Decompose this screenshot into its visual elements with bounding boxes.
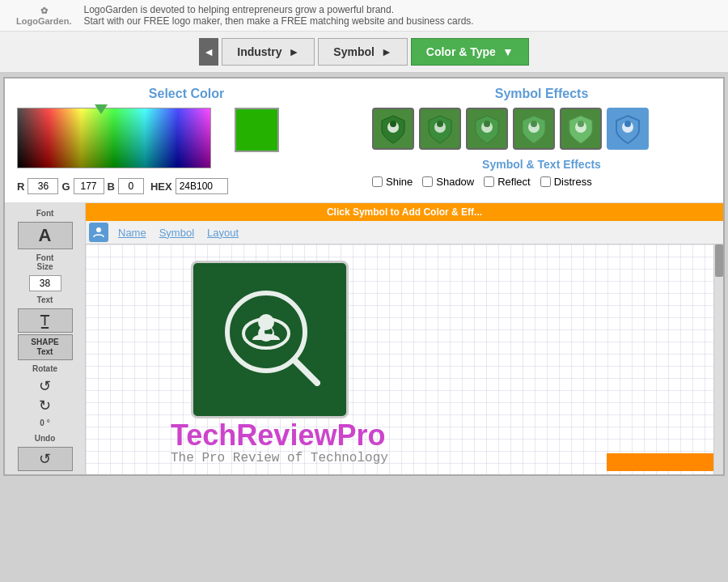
distress-checkbox-label[interactable]: Distress — [540, 176, 592, 188]
g-label: G — [61, 181, 70, 193]
site-header: ✿ LogoGarden. LogoGarden is devoted to h… — [0, 0, 728, 32]
shape-text-label: SHAPEText — [31, 338, 58, 356]
undo-label: Undo — [18, 431, 73, 445]
symbol-section: Symbol Effects — [372, 87, 711, 194]
industry-next-icon: ► — [289, 45, 300, 58]
shine-label: Shine — [386, 176, 413, 188]
tagline-line2: Start with our FREE logo maker, then mak… — [83, 15, 473, 27]
color-picker-container: R G B HEX — [17, 108, 356, 194]
shadow-checkbox-label[interactable]: Shadow — [422, 176, 474, 188]
rotate-value: 0 ° — [18, 416, 73, 430]
industry-nav-button[interactable]: Industry ► — [222, 38, 315, 66]
main-container: Select Color R G B HEX — [3, 77, 725, 476]
effect-icon-3[interactable] — [466, 108, 508, 150]
editor-area: Font A FontSize Text T̲ SHAPEText Rotate… — [5, 203, 723, 474]
effect-icon-5[interactable] — [560, 108, 602, 150]
symbol-label: Symbol — [333, 45, 375, 58]
reflect-checkbox[interactable] — [484, 176, 494, 187]
reflect-label: Reflect — [497, 176, 530, 188]
svg-point-5 — [484, 121, 490, 127]
symbol-effects-title: Symbol Effects — [372, 87, 711, 101]
b-label: B — [108, 181, 115, 193]
font-size-label: FontSize — [18, 251, 73, 274]
svg-point-1 — [390, 121, 396, 127]
svg-point-12 — [96, 227, 101, 232]
b-input[interactable] — [118, 178, 144, 194]
r-input[interactable] — [28, 178, 58, 194]
shadow-checkbox[interactable] — [422, 176, 433, 187]
rgb-inputs: R G B HEX — [17, 178, 228, 194]
color-gradient[interactable] — [17, 108, 211, 168]
hex-input[interactable] — [176, 178, 228, 194]
font-button[interactable]: A — [18, 222, 73, 249]
svg-point-9 — [578, 121, 584, 127]
color-type-dropdown-icon: ▼ — [502, 45, 514, 58]
hex-label: HEX — [150, 181, 172, 193]
logo-name: LogoGarden. — [16, 16, 71, 26]
rotate-cw-button[interactable]: ↻ — [39, 397, 51, 414]
symbol-next-icon: ► — [381, 45, 392, 58]
color-marker[interactable] — [95, 104, 108, 121]
undo-button[interactable]: ↺ — [18, 447, 73, 471]
svg-point-17 — [258, 314, 274, 330]
tab-name[interactable]: Name — [112, 223, 153, 242]
symbol-effects-row — [372, 108, 711, 150]
rotate-label: Rotate — [18, 362, 73, 376]
shine-checkbox-label[interactable]: Shine — [372, 176, 413, 188]
rotate-ccw-button[interactable]: ↺ — [39, 377, 51, 395]
canvas-sub-text[interactable]: The Pro Review of Technology — [171, 451, 388, 465]
tabs-row: Name Symbol Layout — [86, 221, 723, 244]
canvas-scroll-thumb[interactable] — [715, 244, 723, 277]
text-button[interactable]: T̲ — [18, 308, 73, 333]
industry-label: Industry — [237, 45, 281, 58]
color-preview[interactable] — [235, 108, 279, 152]
tab-symbol[interactable]: Symbol — [153, 223, 201, 242]
text-icon: T̲ — [40, 312, 49, 329]
tab-layout[interactable]: Layout — [201, 223, 245, 242]
effect-icon-4[interactable] — [513, 108, 555, 150]
site-logo: ✿ LogoGarden. — [16, 6, 71, 26]
shadow-label: Shadow — [436, 176, 474, 188]
font-icon: A — [39, 225, 52, 245]
symbol-text-effects-row: Shine Shadow Reflect Distress — [372, 176, 711, 188]
shine-checkbox[interactable] — [372, 176, 383, 187]
color-type-label: Color & Type — [426, 45, 496, 58]
canvas-panel: Click Symbol to Add Color & Eff... Name … — [86, 203, 723, 474]
color-type-nav-button[interactable]: Color & Type ▼ — [411, 38, 529, 66]
font-label: Font — [18, 206, 73, 220]
r-label: R — [17, 181, 24, 193]
svg-point-3 — [437, 121, 443, 127]
svg-line-18 — [294, 360, 317, 383]
text-label: Text — [18, 293, 73, 307]
effect-icon-6[interactable] — [607, 108, 649, 150]
distress-label: Distress — [554, 176, 592, 188]
tab-people-icon — [89, 223, 108, 242]
shape-text-button[interactable]: SHAPEText — [18, 334, 73, 360]
logo-canvas-item[interactable] — [191, 261, 349, 418]
top-panel: Select Color R G B HEX — [5, 79, 723, 203]
site-tagline: LogoGarden is devoted to helping entrepr… — [83, 4, 473, 27]
click-hint-banner[interactable]: Click Symbol to Add Color & Eff... — [86, 203, 723, 221]
canvas-scrollbar[interactable] — [713, 244, 723, 474]
effect-icon-1[interactable] — [372, 108, 414, 150]
symbol-nav-button[interactable]: Symbol ► — [318, 38, 407, 66]
rotate-icons: ↺ ↻ — [39, 377, 51, 414]
logo-box — [191, 261, 349, 418]
effect-icon-2[interactable] — [419, 108, 461, 150]
prev-nav-arrow[interactable]: ◄ — [199, 38, 218, 66]
g-input[interactable] — [74, 178, 104, 194]
reflect-checkbox-label[interactable]: Reflect — [484, 176, 530, 188]
flower-icon: ✿ — [40, 6, 48, 16]
svg-point-11 — [624, 121, 631, 127]
symbol-text-effects-title: Symbol & Text Effects — [372, 158, 711, 171]
canvas-main-text[interactable]: TechReviewPro — [171, 418, 385, 452]
logo-symbol — [214, 283, 327, 397]
distress-checkbox[interactable] — [540, 176, 551, 187]
svg-point-7 — [531, 121, 537, 127]
font-size-input[interactable] — [29, 275, 61, 291]
undo-icon: ↺ — [39, 451, 51, 467]
orange-bar — [607, 453, 720, 471]
canvas-area[interactable]: TechReviewPro The Pro Review of Technolo… — [86, 244, 723, 474]
nav-bar: ◄ Industry ► Symbol ► Color & Type ▼ — [0, 32, 728, 74]
left-toolbar: Font A FontSize Text T̲ SHAPEText Rotate… — [5, 203, 86, 474]
